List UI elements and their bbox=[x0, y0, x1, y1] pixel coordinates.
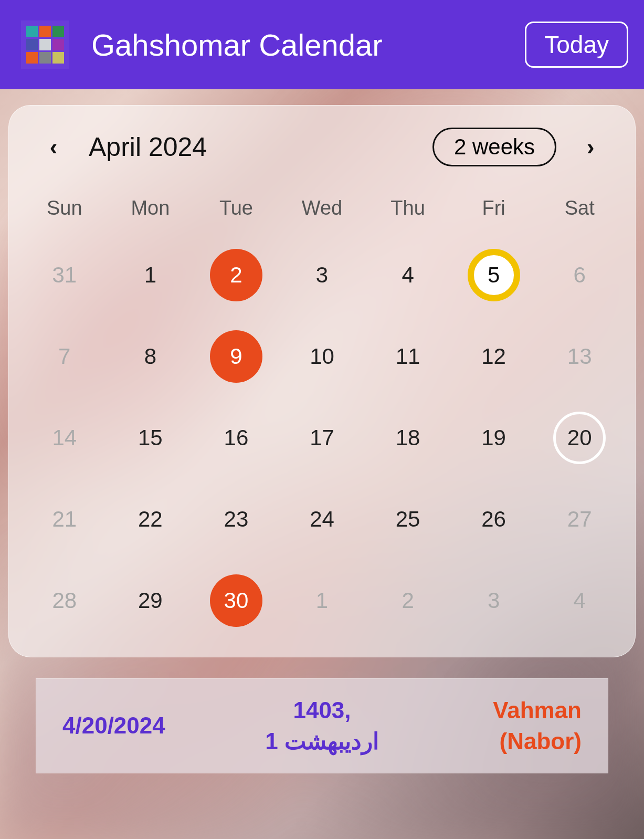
day-cell[interactable]: 19 bbox=[451, 397, 537, 478]
day-cell[interactable]: 10 bbox=[279, 316, 365, 397]
calendar-header: ‹ April 2024 2 weeks › bbox=[22, 128, 622, 166]
day-cell[interactable]: 14 bbox=[22, 397, 108, 478]
days-grid: 3112345678910111213141516171819202122232… bbox=[22, 234, 622, 641]
day-cell[interactable]: 11 bbox=[365, 316, 451, 397]
weekday-header: Thu bbox=[365, 192, 451, 234]
day-cell[interactable]: 1 bbox=[279, 560, 365, 641]
next-month-button[interactable]: › bbox=[577, 134, 604, 160]
weekday-header: Tue bbox=[193, 192, 279, 234]
weekday-row: SunMonTueWedThuFriSat bbox=[22, 192, 622, 234]
day-cell[interactable]: 4 bbox=[536, 560, 622, 641]
day-cell[interactable]: 8 bbox=[108, 316, 194, 397]
weekday-header: Sun bbox=[22, 192, 108, 234]
day-cell[interactable]: 29 bbox=[108, 560, 194, 641]
calendar-card: ‹ April 2024 2 weeks › SunMonTueWedThuFr… bbox=[8, 105, 636, 657]
prev-month-button[interactable]: ‹ bbox=[40, 134, 67, 160]
day-cell[interactable]: 2 bbox=[365, 560, 451, 641]
date-info-bar: 4/20/2024 1403, اردیبهشت 1 Vahman (Nabor… bbox=[36, 678, 608, 773]
persian-date: 1403, اردیبهشت 1 bbox=[225, 695, 419, 757]
day-cell[interactable]: 9 bbox=[193, 316, 279, 397]
weekday-header: Wed bbox=[279, 192, 365, 234]
chevron-right-icon: › bbox=[587, 134, 595, 160]
day-cell[interactable]: 22 bbox=[108, 478, 194, 560]
day-cell[interactable]: 12 bbox=[451, 316, 537, 397]
today-button[interactable]: Today bbox=[525, 22, 628, 68]
day-cell[interactable]: 3 bbox=[279, 234, 365, 316]
month-label[interactable]: April 2024 bbox=[89, 132, 432, 162]
day-cell[interactable]: 17 bbox=[279, 397, 365, 478]
day-cell[interactable]: 7 bbox=[22, 316, 108, 397]
day-cell[interactable]: 13 bbox=[536, 316, 622, 397]
day-cell[interactable]: 20 bbox=[536, 397, 622, 478]
day-cell[interactable]: 26 bbox=[451, 478, 537, 560]
day-cell[interactable]: 24 bbox=[279, 478, 365, 560]
view-mode-pill[interactable]: 2 weeks bbox=[432, 128, 556, 166]
weekday-header: Fri bbox=[451, 192, 537, 234]
app-logo-icon bbox=[21, 20, 69, 69]
chevron-left-icon: ‹ bbox=[50, 134, 58, 160]
day-cell[interactable]: 25 bbox=[365, 478, 451, 560]
weekday-header: Mon bbox=[108, 192, 194, 234]
zoroastrian-day: Vahman (Nabor) bbox=[419, 695, 582, 757]
app-title: Gahshomar Calendar bbox=[91, 27, 525, 62]
day-cell[interactable]: 27 bbox=[536, 478, 622, 560]
day-cell[interactable]: 23 bbox=[193, 478, 279, 560]
day-cell[interactable]: 6 bbox=[536, 234, 622, 316]
day-cell[interactable]: 30 bbox=[193, 560, 279, 641]
gregorian-date: 4/20/2024 bbox=[62, 712, 225, 739]
day-cell[interactable]: 18 bbox=[365, 397, 451, 478]
day-cell[interactable]: 4 bbox=[365, 234, 451, 316]
weekday-header: Sat bbox=[536, 192, 622, 234]
day-cell[interactable]: 28 bbox=[22, 560, 108, 641]
app-header: Gahshomar Calendar Today bbox=[0, 0, 644, 89]
day-cell[interactable]: 5 bbox=[451, 234, 537, 316]
day-cell[interactable]: 2 bbox=[193, 234, 279, 316]
day-cell[interactable]: 16 bbox=[193, 397, 279, 478]
day-cell[interactable]: 1 bbox=[108, 234, 194, 316]
day-cell[interactable]: 21 bbox=[22, 478, 108, 560]
day-cell[interactable]: 15 bbox=[108, 397, 194, 478]
day-cell[interactable]: 31 bbox=[22, 234, 108, 316]
day-cell[interactable]: 3 bbox=[451, 560, 537, 641]
